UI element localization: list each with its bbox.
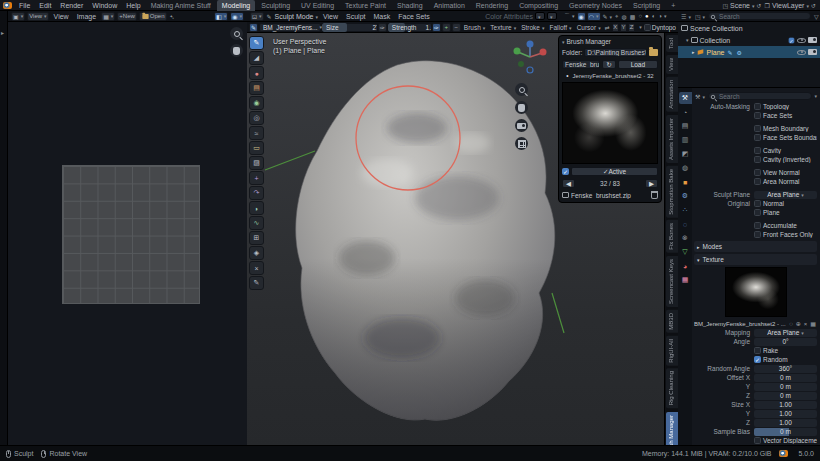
brushset-dropdown[interactable]: Fenske_brush...	[562, 60, 600, 69]
size-pressure-icon[interactable]: ✑	[378, 23, 387, 32]
menu-window[interactable]: Window	[88, 2, 121, 9]
tab-view-layer-icon[interactable]: ▥	[679, 134, 692, 146]
blender-logo-icon[interactable]	[3, 2, 12, 9]
workspace-tab-rendering[interactable]: Rendering	[471, 0, 513, 11]
duplicate-texture-icon[interactable]: ⊕	[796, 320, 801, 327]
outliner-search-input[interactable]	[708, 12, 811, 20]
face-sets-boundary-checkbox[interactable]	[754, 134, 761, 141]
mapping-dropdown[interactable]: Area Plane	[754, 329, 817, 337]
size-y-field[interactable]: 1.00	[754, 410, 817, 418]
folder-path-field[interactable]: D:\Painting Brushes\	[584, 48, 647, 57]
angle-field[interactable]: 0°	[754, 338, 817, 346]
workspace-tab-making-anime-stuff[interactable]: Making Anime Stuff	[146, 0, 216, 11]
modes-section-header[interactable]: ▸Modes	[694, 241, 817, 252]
tool-draw-sharp[interactable]: ◢	[249, 51, 264, 65]
hide-eye-icon[interactable]	[797, 38, 806, 43]
tab-constraints-icon[interactable]: ⊗	[679, 232, 692, 244]
sample-bias-slider[interactable]: 0 m	[754, 428, 817, 436]
mesh-boundary-checkbox[interactable]	[754, 125, 761, 132]
navigation-gizmo[interactable]	[510, 37, 550, 77]
tool-flatten[interactable]: ▭	[249, 141, 264, 155]
size-z-field[interactable]: 1.00	[754, 419, 817, 427]
delete-zip-icon[interactable]	[651, 191, 658, 199]
image-browse-dropdown[interactable]: ▦	[101, 12, 115, 21]
tool-clay-strips[interactable]: ▤	[249, 81, 264, 95]
viewlayer-selector[interactable]: ViewLayer	[772, 2, 809, 9]
menu-help[interactable]: Help	[122, 2, 144, 9]
tool-draw[interactable]: ✎	[249, 36, 264, 50]
collapse-panel-icon[interactable]: ▾	[562, 39, 565, 45]
workspace-tab-animation[interactable]: Animation	[429, 0, 470, 11]
falloff-panel-dropdown[interactable]: Falloff	[548, 24, 574, 31]
tool-annotate[interactable]: ✎	[249, 276, 264, 290]
size-x-field[interactable]: 1.00	[754, 401, 817, 409]
tool-breadcrumb-icon[interactable]: ⚒	[695, 93, 705, 100]
zoom-icon[interactable]	[230, 27, 243, 40]
load-button[interactable]: Load	[618, 60, 658, 69]
image-menu-view[interactable]: View	[51, 13, 72, 20]
tab-modifiers-icon[interactable]: ⚙	[679, 190, 692, 202]
proportional-edit-icon[interactable]: ◉	[577, 12, 586, 21]
workspace-tab-sculpting[interactable]: Sculpting	[256, 0, 295, 11]
disable-render-camera-icon[interactable]	[808, 37, 817, 43]
mask-menu[interactable]: Mask	[371, 13, 394, 20]
tab-annotation[interactable]: Annotation	[666, 77, 678, 112]
view-menu[interactable]: View	[320, 13, 341, 20]
tab-particles-icon[interactable]: ∴	[679, 204, 692, 216]
vector-displacement-checkbox[interactable]	[754, 437, 761, 444]
tool-clay[interactable]: ●	[249, 66, 264, 80]
add-mode-button[interactable]: +	[442, 23, 451, 32]
prev-brush-button[interactable]: ◀	[562, 179, 575, 188]
workspace-tab-uv-editing[interactable]: UV Editing	[296, 0, 339, 11]
editor-type-dropdown[interactable]: ▣	[11, 12, 25, 21]
tab-physics-icon[interactable]: ◌	[679, 218, 692, 230]
shading-material-icon[interactable]: ◐	[652, 13, 656, 19]
original-plane-checkbox[interactable]	[754, 209, 761, 216]
workspace-tab-geometry-nodes[interactable]: Geometry Nodes	[564, 0, 627, 11]
browse-texture-icon[interactable]: ◌	[789, 321, 793, 327]
image-display-mode-dropdown[interactable]: View	[27, 12, 48, 21]
dyntopo-checkbox[interactable]	[644, 24, 651, 31]
show-overlays-icon[interactable]: ◍	[621, 13, 626, 20]
tool-mask[interactable]: ▨	[249, 156, 264, 170]
refresh-button[interactable]: ↻	[602, 60, 615, 69]
pin-icon[interactable]: ➴	[170, 13, 175, 20]
tab-tool-icon[interactable]: ⚒	[679, 92, 692, 104]
tool-blob[interactable]: ◎	[249, 111, 264, 125]
random-checkbox[interactable]	[754, 356, 761, 363]
face-sets-checkbox[interactable]	[754, 112, 761, 119]
editor-type-3d-dropdown[interactable]: ⊡	[250, 12, 264, 21]
disclosure-icon[interactable]: ▸	[692, 49, 695, 55]
favorite-checkbox[interactable]	[562, 168, 569, 175]
accumulate-checkbox[interactable]	[754, 222, 761, 229]
tab-view[interactable]: View	[666, 55, 678, 74]
disclosure-icon[interactable]: ▾	[686, 37, 689, 43]
sculpt-plane-dropdown[interactable]: Area Plane	[754, 191, 817, 199]
sculpt-menu[interactable]: Sculpt	[343, 13, 368, 20]
properties-search-input[interactable]	[708, 92, 813, 100]
view-normal-checkbox[interactable]	[754, 169, 761, 176]
tab-mb3d[interactable]: MB3D	[666, 310, 678, 333]
camera-view-icon[interactable]	[515, 119, 528, 132]
image-open-button[interactable]: Open	[139, 12, 167, 21]
outliner-row-plane[interactable]: ▸ Plane ✎ ⚙	[678, 46, 820, 58]
front-faces-only-checkbox[interactable]	[754, 231, 761, 238]
snap-magnet-icon[interactable]: ⌒	[564, 12, 575, 21]
area-normal-checkbox[interactable]	[754, 178, 761, 185]
brush-preview-icon[interactable]: ✎	[249, 23, 258, 32]
tool-snake-hook[interactable]: ↷	[249, 186, 264, 200]
zoom-icon[interactable]	[515, 83, 528, 96]
texture-panel-dropdown[interactable]: Texture	[488, 24, 518, 31]
offset-x-field[interactable]: 0 m	[754, 374, 817, 382]
tab-rig-cleaning[interactable]: Rig Cleaning	[666, 368, 678, 408]
show-gizmo-icon[interactable]: ⌖	[615, 13, 618, 20]
mode-dropdown[interactable]: Sculpt Mode	[275, 13, 318, 20]
tool-transform[interactable]: ◈	[249, 246, 264, 260]
topology-checkbox[interactable]	[754, 103, 761, 110]
tool-inflate[interactable]: ◉	[249, 96, 264, 110]
brush-datablock-dropdown[interactable]: BM_JeremyFens...	[259, 23, 321, 32]
image-editor-canvas[interactable]	[8, 22, 247, 445]
tab-object-icon[interactable]: ■	[679, 176, 692, 188]
filter-icon[interactable]: ▽	[814, 13, 819, 20]
next-brush-button[interactable]: ▶	[645, 179, 658, 188]
